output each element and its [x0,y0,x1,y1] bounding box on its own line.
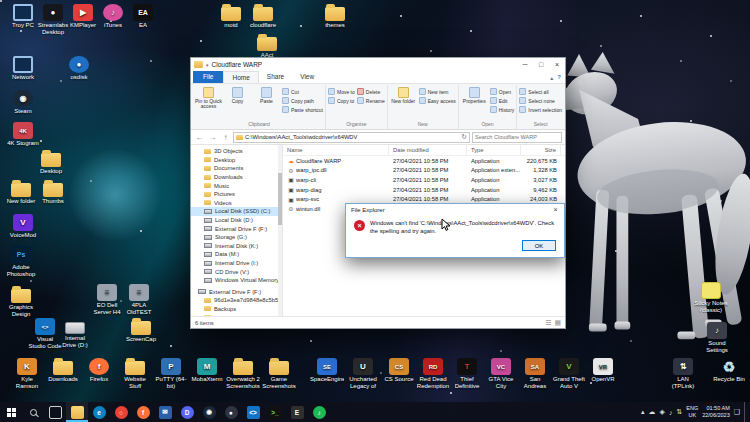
desktop-icon-lan[interactable]: ⇅LAN (TPLink) [666,358,700,389]
desktop-icon-internal-drive[interactable]: Internal Drive (D:) [58,318,92,348]
sidebar-item-virtual-memory[interactable]: Windows Virtual Memory [191,276,282,285]
title-bar[interactable]: ▾ Cloudflare WARP ─ □ × [191,58,565,71]
desktop-icon-troy-pc[interactable]: Troy PC [6,4,40,29]
taskbar-spotify[interactable]: ♪ [308,402,330,422]
thumbnails-view-icon[interactable]: ▦ [554,319,561,327]
history-button[interactable]: History [490,106,515,113]
sidebar-item-music[interactable]: Music [191,181,282,190]
move-to-button[interactable]: Move to [328,88,355,95]
show-desktop-button[interactable] [744,402,747,422]
task-view-button[interactable] [44,402,66,422]
tray-expand-chevron-icon[interactable]: ▴ [641,408,645,416]
tab-view[interactable]: View [292,71,322,83]
taskbar-firefox[interactable]: f [132,402,154,422]
desktop-icon-osdisk[interactable]: ●osdisk [62,56,96,81]
scrollbar-thumb[interactable] [278,173,282,225]
cut-button[interactable]: Cut [282,88,323,95]
taskbar-mail[interactable]: ✉ [154,402,176,422]
taskbar-steam[interactable]: ◉ [198,402,220,422]
desktop-icon-game-screenshots[interactable]: Game Screenshots [262,358,296,389]
desktop-icon-website-stuff[interactable]: Website Stuff [118,358,152,389]
file-row[interactable]: ▣warp-cli 27/04/2021 10:58 PM Applicatio… [283,175,565,185]
column-header-date-modified[interactable]: Date modified [389,145,467,155]
desktop-icon-san-andreas[interactable]: SASan Andreas Definitive [518,358,552,390]
sidebar-item-cd-drive-v[interactable]: CD Drive (V:) [191,267,282,276]
desktop-icon-vps[interactable]: ≡4PLA OldTEST VPS [122,284,156,316]
collapse-ribbon-icon[interactable]: ▴ [550,74,553,81]
taskbar-epic-games[interactable]: E [286,402,308,422]
column-header-size[interactable]: Size [521,145,561,155]
select-none-button[interactable]: Select none [519,97,562,104]
delete-button[interactable]: Delete [357,88,385,95]
sidebar-item-cloud-drives[interactable]: Cloud Drives [191,313,282,316]
invert-selection-button[interactable]: Invert selection [519,106,562,113]
search-input[interactable] [475,134,559,140]
pin-to-quick-access-button[interactable]: Pin to Quick access [195,85,222,110]
file-row[interactable]: ⚙warp_ipc.dll 27/04/2021 10:58 PM Applic… [283,166,565,176]
desktop-icon-voicemod[interactable]: VVoiceMod [6,214,40,239]
file-row[interactable]: ▣warp-diag 27/04/2021 10:58 PM Applicati… [283,185,565,195]
copy-to-button[interactable]: Copy to [328,97,355,104]
open-button[interactable]: Open [490,88,515,95]
desktop-icon-graphics-design[interactable]: Graphics Design [4,286,38,317]
desktop-icon-desktop-folder[interactable]: Desktop [34,150,68,175]
taskbar-vscode[interactable]: <> [242,402,264,422]
desktop-icon-uncharted[interactable]: UUncharted Legacy of Thieves [346,358,380,390]
desktop-icon-recycle-bin[interactable]: ♻Recycle Bin [712,358,746,383]
sidebar-item-pictures[interactable]: Pictures [191,190,282,199]
sidebar-item-external-drive-f-root[interactable]: External Drive F (F:) [191,288,282,297]
desktop-icon-network[interactable]: Network [6,56,40,81]
sidebar-item-storage-g[interactable]: Storage (G:) [191,233,282,242]
onedrive-cloud-icon[interactable]: ☁ [649,408,656,416]
ok-button[interactable]: OK [522,240,556,251]
desktop-icon-gta5[interactable]: VGrand Theft Auto V [552,358,586,389]
desktop-icon-cs-source[interactable]: CSCS Source [382,358,416,383]
refresh-icon[interactable]: ↻ [461,133,467,141]
tab-file[interactable]: File [193,71,223,83]
copy-path-button[interactable]: Copy path [282,97,323,104]
desktop-icon-kmplayer[interactable]: ▶KMPlayer [66,4,100,29]
desktop-icon-thief[interactable]: TThief Definitive Edition [450,358,484,390]
start-button[interactable] [0,402,22,422]
desktop-icon-4k-stogram[interactable]: 4K4K Stogram [6,122,40,147]
details-view-icon[interactable]: ☰ [545,319,551,327]
forward-button[interactable]: → [207,133,218,142]
minimize-button[interactable]: ─ [517,58,533,71]
desktop-icon-ea[interactable]: EAEA [126,4,160,29]
desktop-icon-openvr[interactable]: VROpenVR [586,358,620,383]
dialog-close-icon[interactable]: × [547,204,564,216]
language-indicator[interactable]: ENG UK [686,405,698,418]
sidebar-item-local-disk-d[interactable]: Local Disk (D:) [191,216,282,225]
desktop-icon-sound-settings[interactable]: ♪Sound Settings [700,322,734,353]
security-shield-icon[interactable]: ◈ [660,408,665,416]
sidebar-item-downloads[interactable]: Downloads [191,173,282,182]
sidebar-item-external-drive-f[interactable]: External Drive F (F:) [191,224,282,233]
taskbar-search-button[interactable] [22,402,44,422]
rename-button[interactable]: Rename [357,97,385,104]
tab-share[interactable]: Share [259,71,292,83]
maximize-button[interactable]: □ [533,58,549,71]
desktop-icon-thumbs[interactable]: Thumbs [36,180,70,205]
help-icon[interactable]: ? [557,74,561,80]
desktop-icon-motd[interactable]: motd [214,4,248,29]
taskbar-edge[interactable]: e [88,402,110,422]
column-header-name[interactable]: Name [283,145,389,155]
edit-button[interactable]: Edit [490,97,515,104]
desktop-icon-photoshop[interactable]: PsAdobe Photoshop [4,246,38,277]
desktop-icon-vscode[interactable]: <>Visual Studio Code [28,318,62,349]
select-all-button[interactable]: Select all [519,88,562,95]
desktop-icon-screencap[interactable]: ScreenCap [124,318,158,343]
action-center-icon[interactable]: ❑ [734,408,740,416]
sidebar-scrollbar[interactable] [278,145,282,316]
desktop-icon-new-folder[interactable]: New folder [4,180,38,205]
sidebar-item-local-disk-c[interactable]: Local Disk (SSD) (C:) [191,207,282,216]
quick-access-toolbar-chevron-icon[interactable]: ▾ [206,62,209,68]
new-item-button[interactable]: New item [419,88,456,95]
sidebar-item-hash-folder[interactable]: 96d1e3ea7d9848e8c5b52fe [191,296,282,305]
taskbar-file-explorer[interactable] [66,402,88,422]
sidebar-item-internal-disk-k[interactable]: Internal Disk (K:) [191,242,282,251]
taskbar-discord[interactable]: D [176,402,198,422]
network-status-icon[interactable]: ⇅ [676,408,682,416]
desktop-icon-vice-city[interactable]: VCGTA Vice City Definitive [484,358,518,390]
new-folder-button[interactable]: New folder [390,85,417,104]
